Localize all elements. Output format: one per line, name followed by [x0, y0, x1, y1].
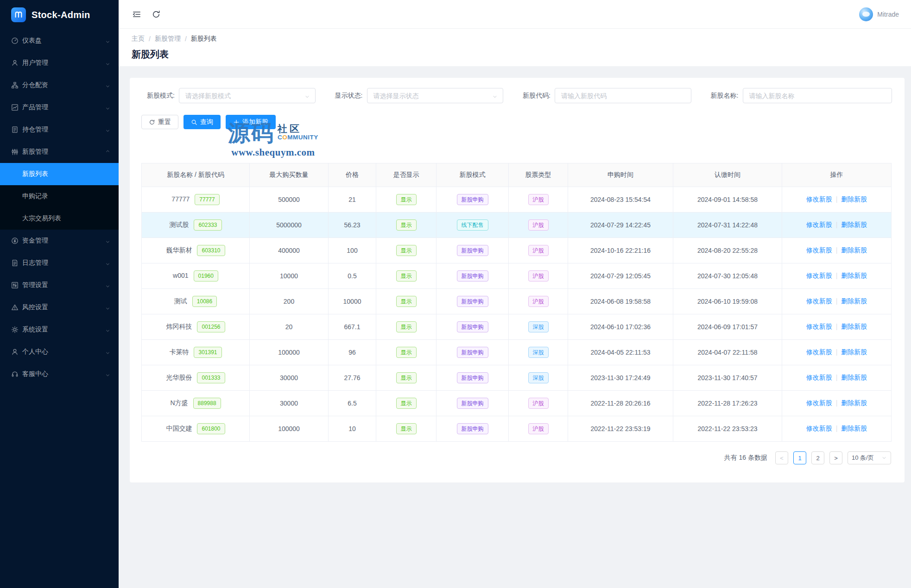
stock-type-badge: 沪股 — [528, 398, 549, 409]
stock-type-badge: 沪股 — [528, 296, 549, 307]
delete-stock-link[interactable]: 删除新股 — [841, 272, 867, 279]
cell-max-qty: 30000 — [250, 365, 329, 391]
cell-actions: 修改新股|删除新股 — [782, 289, 892, 314]
stock-name: 中国交建 — [166, 425, 192, 432]
edit-stock-link[interactable]: 修改新股 — [806, 399, 832, 407]
sidebar-subitem[interactable]: 大宗交易列表 — [0, 207, 119, 230]
stock-name: 测试股 — [169, 221, 189, 228]
menu-collapse-icon[interactable] — [132, 10, 141, 19]
sidebar-item[interactable]: 新股管理 — [0, 141, 119, 163]
action-separator: | — [836, 374, 838, 381]
sidebar-item[interactable]: 风控设置 — [0, 296, 119, 319]
cell-price: 27.76 — [329, 365, 376, 391]
filter-select-value[interactable] — [373, 92, 493, 100]
user-menu[interactable]: Mitrade — [859, 7, 899, 21]
edit-stock-link[interactable]: 修改新股 — [806, 348, 832, 356]
sidebar-item-label: 日志管理 — [22, 259, 105, 267]
sidebar-item[interactable]: 个人中心 — [0, 341, 119, 363]
chevron-down-icon — [304, 93, 310, 99]
sidebar-item[interactable]: 持仓管理 — [0, 119, 119, 141]
sidebar-item[interactable]: 系统设置 — [0, 319, 119, 341]
cell-name-code: 巍华新材603310 — [142, 238, 250, 263]
page-button[interactable]: 2 — [811, 451, 824, 464]
refresh-icon[interactable] — [152, 10, 161, 19]
edit-stock-link[interactable]: 修改新股 — [806, 297, 832, 305]
cell-price: 667.1 — [329, 314, 376, 340]
delete-stock-link[interactable]: 删除新股 — [841, 323, 867, 330]
sidebar-item[interactable]: 产品管理 — [0, 96, 119, 119]
sidebar-item[interactable]: 资金管理 — [0, 230, 119, 252]
stock-code-badge: 77777 — [195, 194, 219, 205]
delete-stock-link[interactable]: 删除新股 — [841, 348, 867, 356]
edit-stock-link[interactable]: 修改新股 — [806, 195, 832, 203]
action-separator: | — [836, 399, 838, 407]
breadcrumb-item: 新股列表 — [191, 35, 217, 43]
mode-badge: 新股申购 — [457, 270, 488, 281]
chevron-down-icon — [105, 105, 110, 110]
delete-stock-link[interactable]: 删除新股 — [841, 195, 867, 203]
sidebar-item-label: 个人中心 — [22, 348, 105, 356]
breadcrumb: 主页/新股管理/新股列表 — [132, 35, 898, 43]
delete-stock-link[interactable]: 删除新股 — [841, 246, 867, 254]
delete-stock-link[interactable]: 删除新股 — [841, 399, 867, 407]
breadcrumb-item[interactable]: 新股管理 — [155, 35, 181, 43]
main-area: Mitrade 主页/新股管理/新股列表 新股列表 新股模式:显示状态:新股代码… — [119, 0, 911, 588]
mode-badge: 新股申购 — [457, 194, 488, 205]
filter-field: 新股名称: — [705, 88, 893, 103]
sidebar-subitem[interactable]: 申购记录 — [0, 185, 119, 207]
sidebar-subitem-label: 申购记录 — [22, 192, 110, 200]
chevron-down-icon — [492, 93, 498, 99]
delete-stock-link[interactable]: 删除新股 — [841, 374, 867, 381]
cell-actions: 修改新股|删除新股 — [782, 365, 892, 391]
cell-pay-time: 2024-06-09 17:01:57 — [673, 314, 782, 340]
page-title: 新股列表 — [132, 49, 898, 60]
sidebar-item[interactable]: 管理设置 — [0, 274, 119, 296]
sidebar-item[interactable]: 日志管理 — [0, 252, 119, 274]
plus-icon — [233, 119, 240, 125]
filter-select[interactable] — [179, 88, 316, 103]
breadcrumb-item[interactable]: 主页 — [132, 35, 145, 43]
cell-name-code: w00101960 — [142, 263, 250, 289]
delete-stock-link[interactable]: 删除新股 — [841, 297, 867, 305]
filter-field: 新股代码: — [517, 88, 705, 103]
edit-stock-link[interactable]: 修改新股 — [806, 425, 832, 432]
sidebar-item-label: 新股管理 — [22, 148, 105, 156]
sidebar-subitem[interactable]: 新股列表 — [0, 163, 119, 185]
stock-type-badge: 深股 — [528, 372, 549, 383]
sidebar-item[interactable]: 分仓配资 — [0, 74, 119, 96]
edit-stock-link[interactable]: 修改新股 — [806, 272, 832, 279]
filter-select[interactable] — [367, 88, 504, 103]
cell-show: 显示 — [376, 340, 437, 365]
cell-show: 显示 — [376, 263, 437, 289]
stock-table-wrap: 新股名称 / 新股代码最大购买数量价格是否显示新股模式股票类型申购时间认缴时间操… — [141, 163, 893, 442]
cell-pay-time: 2023-11-30 17:40:57 — [673, 365, 782, 391]
sidebar-menu: 仪表盘用户管理分仓配资产品管理持仓管理新股管理新股列表申购记录大宗交易列表资金管… — [0, 30, 119, 588]
delete-stock-link[interactable]: 删除新股 — [841, 221, 867, 228]
edit-stock-link[interactable]: 修改新股 — [806, 246, 832, 254]
sidebar-item[interactable]: 用户管理 — [0, 52, 119, 74]
filter-input-value[interactable] — [560, 92, 686, 100]
edit-stock-link[interactable]: 修改新股 — [806, 374, 832, 381]
cell-pay-time: 2024-07-31 14:22:48 — [673, 213, 782, 238]
filter-select-value[interactable] — [184, 92, 304, 100]
page-button[interactable]: 1 — [793, 451, 806, 464]
profile-icon — [11, 348, 19, 356]
filter-input[interactable] — [743, 88, 892, 103]
search-button[interactable]: 查询 — [183, 115, 221, 129]
cell-pay-time: 2024-09-01 14:58:58 — [673, 187, 782, 213]
delete-stock-link[interactable]: 删除新股 — [841, 425, 867, 432]
edit-stock-link[interactable]: 修改新股 — [806, 221, 832, 228]
cell-name-code: 测试10086 — [142, 289, 250, 314]
add-stock-button[interactable]: 添加新股 — [226, 115, 276, 129]
reset-button[interactable]: 重置 — [141, 115, 178, 129]
next-page-button[interactable]: > — [829, 451, 842, 464]
filter-input-value[interactable] — [748, 92, 887, 100]
prev-page-button[interactable]: < — [775, 451, 788, 464]
edit-stock-link[interactable]: 修改新股 — [806, 323, 832, 330]
sidebar-item-label: 产品管理 — [22, 103, 105, 112]
cell-stock-type: 沪股 — [509, 213, 568, 238]
sidebar-item[interactable]: 仪表盘 — [0, 30, 119, 52]
filter-input[interactable] — [555, 88, 691, 103]
sidebar-item[interactable]: 客服中心 — [0, 363, 119, 385]
page-size-select[interactable]: 10 条/页 — [848, 451, 891, 464]
